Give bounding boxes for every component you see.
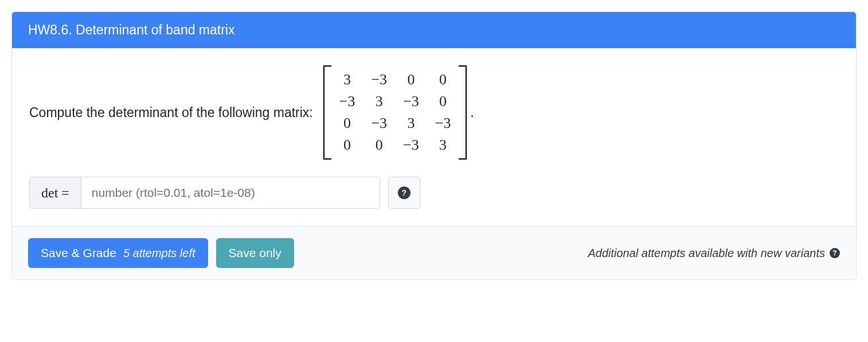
matrix-row: −3 3 −3 0 [331,91,459,112]
answer-label: det = [30,177,81,208]
prompt-text: Compute the determinant of the following… [29,105,313,121]
save-only-button[interactable]: Save only [216,238,294,268]
matrix-cell: −3 [363,69,395,91]
additional-attempts-text: Additional attempts available with new v… [588,247,825,260]
prompt-period: . [470,105,474,121]
prompt-row: Compute the determinant of the following… [29,65,839,160]
card-footer: Save & Grade 5 attempts left Save only A… [12,226,856,279]
answer-input-group: det = [29,177,380,209]
matrix-cell: 0 [331,134,363,156]
matrix-row: 0 0 −3 3 [331,134,459,156]
matrix-cell: −3 [331,91,363,112]
matrix-cell: −3 [395,91,427,112]
matrix-cell: −3 [427,112,459,134]
question-mark-icon: ? [398,186,410,199]
matrix: 3 −3 0 0 −3 3 −3 0 0 − [323,65,467,160]
card-header: HW8.6. Determinant of band matrix [12,12,856,48]
save-only-label: Save only [229,246,281,260]
matrix-cell: 3 [363,91,395,112]
matrix-cell: 0 [427,69,459,91]
answer-input[interactable] [81,177,380,208]
question-card: HW8.6. Determinant of band matrix Comput… [11,11,857,280]
info-icon[interactable]: ? [830,248,840,258]
attempts-left-text: 5 attempts left [123,247,196,260]
matrix-cell: 3 [395,112,427,134]
footer-left: Save & Grade 5 attempts left Save only [28,238,294,268]
footer-right: Additional attempts available with new v… [588,247,840,260]
matrix-cell: −3 [395,134,427,156]
matrix-row: 0 −3 3 −3 [331,112,459,134]
matrix-table: 3 −3 0 0 −3 3 −3 0 0 − [331,69,459,156]
save-grade-label: Save & Grade [41,246,116,260]
save-and-grade-button[interactable]: Save & Grade 5 attempts left [28,238,208,268]
answer-row: det = ? [29,177,839,209]
card-body: Compute the determinant of the following… [12,48,856,226]
matrix-cell: 0 [395,69,427,91]
matrix-cell: 3 [427,134,459,156]
matrix-row: 3 −3 0 0 [331,69,459,91]
matrix-cell: 0 [363,134,395,156]
matrix-cell: 0 [331,112,363,134]
matrix-wrap: 3 −3 0 0 −3 3 −3 0 0 − [323,65,474,160]
matrix-cell: 3 [331,69,363,91]
question-title: HW8.6. Determinant of band matrix [28,22,234,37]
matrix-cell: 0 [427,91,459,112]
matrix-cell: −3 [363,112,395,134]
answer-help-button[interactable]: ? [388,177,420,209]
